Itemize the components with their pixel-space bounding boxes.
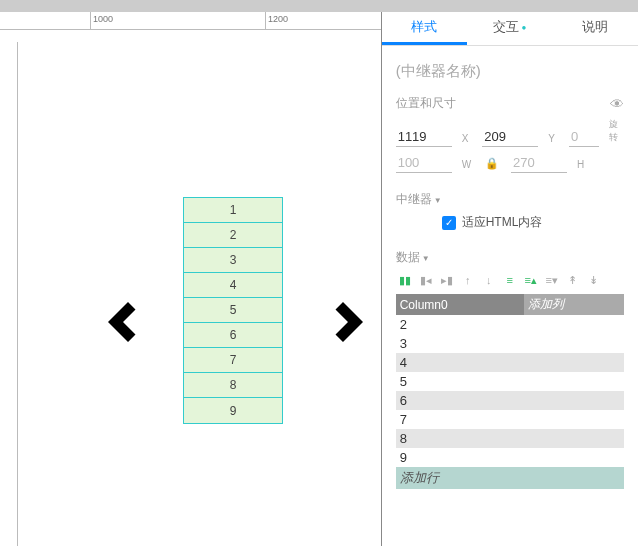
col-right-icon[interactable]: ▸▮ — [438, 272, 456, 288]
checkbox-icon: ✓ — [442, 216, 456, 230]
widget-name-input[interactable]: (中继器名称) — [396, 62, 624, 81]
section-label: 位置和尺寸 — [396, 96, 456, 110]
chevron-down-icon: ▼ — [434, 196, 442, 205]
section-position-size[interactable]: 位置和尺寸 👁 — [396, 95, 624, 112]
panel-body: (中继器名称) 位置和尺寸 👁 X Y 旋转 W 🔒 H — [382, 46, 638, 546]
column-header[interactable]: Column0 — [396, 294, 524, 315]
fit-html-label: 适应HTML内容 — [462, 214, 543, 231]
repeater-widget[interactable]: 1 2 3 4 5 6 7 8 9 — [183, 197, 283, 424]
repeater-cell[interactable]: 2 — [184, 223, 282, 248]
inspector-panel: 样式 交互● 说明 (中继器名称) 位置和尺寸 👁 X Y 旋转 W 🔒 — [382, 12, 638, 546]
data-cell[interactable]: 9 — [396, 448, 624, 467]
arrow-right-shape[interactable] — [318, 292, 378, 352]
add-column-header[interactable]: 添加列 — [524, 294, 624, 315]
width-label: W — [462, 159, 471, 170]
data-cell[interactable]: 6 — [396, 391, 624, 410]
size-row: W 🔒 H — [396, 153, 624, 173]
data-cell[interactable]: 5 — [396, 372, 624, 391]
y-label: Y — [548, 133, 555, 144]
height-label: H — [577, 159, 584, 170]
visibility-icon[interactable]: 👁 — [610, 96, 624, 112]
add-row-cell[interactable]: 添加行 — [396, 467, 624, 489]
height-input — [511, 153, 567, 173]
data-cell[interactable]: 4 — [396, 353, 624, 372]
delete-row-icon[interactable]: ↟ — [564, 272, 582, 288]
data-cell[interactable]: 3 — [396, 334, 624, 353]
row-above-icon[interactable]: ≡▴ — [522, 272, 540, 288]
repeater-cell[interactable]: 9 — [184, 398, 282, 423]
x-input[interactable] — [396, 127, 452, 147]
width-input — [396, 153, 452, 173]
x-label: X — [462, 133, 469, 144]
add-row-icon[interactable]: ≡ — [501, 272, 519, 288]
main-area: 1000 1200 1 2 3 4 5 6 7 8 9 — [0, 12, 638, 546]
tab-style[interactable]: 样式 — [382, 12, 467, 45]
ruler-tick: 1200 — [265, 12, 288, 29]
section-label: 数据 — [396, 250, 420, 264]
y-input[interactable] — [482, 127, 538, 147]
data-cell[interactable]: 2 — [396, 315, 624, 334]
panel-tabs: 样式 交互● 说明 — [382, 12, 638, 46]
fit-html-checkbox[interactable]: ✓ 适应HTML内容 — [396, 214, 624, 231]
ruler-vertical — [0, 42, 18, 546]
tab-notes[interactable]: 说明 — [553, 12, 638, 45]
repeater-cell[interactable]: 5 — [184, 298, 282, 323]
arrow-left-shape[interactable] — [93, 292, 153, 352]
repeater-cell[interactable]: 4 — [184, 273, 282, 298]
position-row: X Y 旋转 — [396, 118, 624, 147]
interaction-indicator-icon: ● — [521, 23, 526, 32]
chevron-down-icon: ▼ — [422, 254, 430, 263]
move-up-icon[interactable]: ↑ — [459, 272, 477, 288]
section-repeater[interactable]: 中继器▼ — [396, 191, 624, 208]
repeater-cell[interactable]: 6 — [184, 323, 282, 348]
app-top-strip — [0, 0, 638, 12]
repeater-cell[interactable]: 8 — [184, 373, 282, 398]
rotation-label: 旋转 — [609, 118, 618, 144]
repeater-cell[interactable]: 7 — [184, 348, 282, 373]
data-table[interactable]: Column0 添加列 2 3 4 5 6 7 8 9 添加行 — [396, 294, 624, 489]
lock-icon[interactable]: 🔒 — [485, 157, 499, 170]
section-data[interactable]: 数据▼ — [396, 249, 624, 266]
row-below-icon[interactable]: ≡▾ — [543, 272, 561, 288]
ruler-tick: 1000 — [90, 12, 113, 29]
move-down-icon[interactable]: ↓ — [480, 272, 498, 288]
section-label: 中继器 — [396, 192, 432, 206]
repeater-cell[interactable]: 3 — [184, 248, 282, 273]
ruler-horizontal: 1000 1200 — [0, 12, 381, 30]
repeater-cell[interactable]: 1 — [184, 198, 282, 223]
canvas-inner[interactable]: 1 2 3 4 5 6 7 8 9 — [18, 30, 381, 546]
canvas[interactable]: 1000 1200 1 2 3 4 5 6 7 8 9 — [0, 12, 382, 546]
col-left-icon[interactable]: ▮◂ — [417, 272, 435, 288]
data-cell[interactable]: 8 — [396, 429, 624, 448]
tab-interactions[interactable]: 交互● — [467, 12, 552, 45]
delete-col-icon[interactable]: ↡ — [585, 272, 603, 288]
tab-interactions-label: 交互 — [493, 19, 519, 34]
rotation-input — [569, 127, 599, 147]
add-column-icon[interactable]: ▮▮ — [396, 272, 414, 288]
data-cell[interactable]: 7 — [396, 410, 624, 429]
data-toolbar: ▮▮ ▮◂ ▸▮ ↑ ↓ ≡ ≡▴ ≡▾ ↟ ↡ — [396, 272, 624, 288]
